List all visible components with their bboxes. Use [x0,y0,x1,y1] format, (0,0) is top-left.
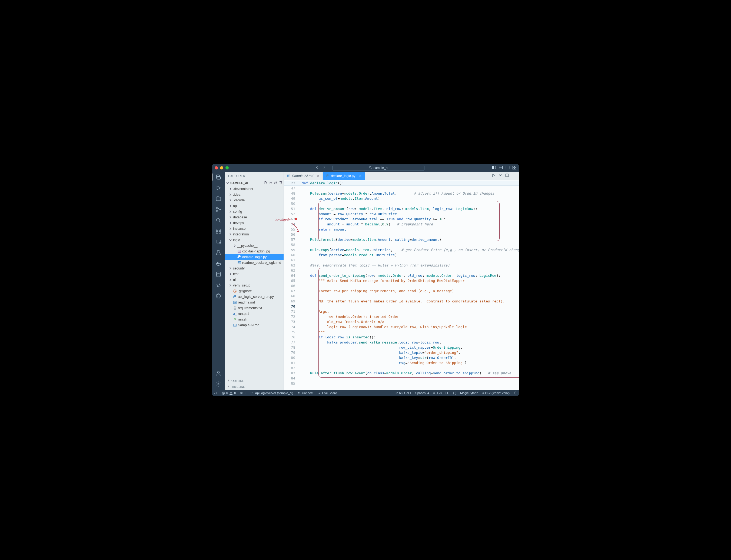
code-line[interactable] [300,268,519,273]
code-line[interactable] [300,283,519,288]
tree-item-integration[interactable]: integration [225,231,284,237]
github-icon[interactable] [215,292,222,299]
close-tab-icon[interactable] [359,174,362,178]
code-line[interactable]: Rule.after_flush_row_event(on_class=mode… [300,371,519,376]
code-line[interactable]: from_parent=models.Product.UnitPrice) [300,252,519,258]
tree-item-ui[interactable]: ui [225,277,284,282]
tree-item-run-ps1[interactable]: ≥_run.ps1 [225,311,284,316]
eol-indicator[interactable]: LF [446,391,449,395]
notifications-icon[interactable] [513,391,517,395]
code-line[interactable] [300,294,519,299]
tree-item-readme-declare-logic-md[interactable]: readme_declare_logic.md [225,260,284,265]
code-line[interactable]: msg="Sending Order to Shipping") [300,360,519,365]
tree-item--vscode[interactable]: .vscode [225,197,284,203]
tree-item-logic[interactable]: logic [225,237,284,243]
code-line[interactable] [300,201,519,206]
code-editor[interactable]: 2347484950515253545556575859606162636465… [284,180,519,390]
code-line[interactable]: if logic_row.is_inserted(): [300,335,519,340]
code-line[interactable]: kafka_producer.send_kafka_message(logic_… [300,340,519,345]
liveshare-button[interactable]: Live Share [317,391,337,395]
explorer-more-icon[interactable]: ⋯ [276,175,280,177]
explorer-icon[interactable] [215,174,222,181]
code-content[interactable]: def declare_logic(): Rule.sum(derive=mod… [300,180,519,390]
open-editors-icon[interactable] [215,195,222,202]
nav-forward-icon[interactable] [322,165,326,170]
minimize-window-button[interactable] [220,166,223,169]
tree-item-declare-logic-py[interactable]: declare_logic.py [225,254,284,260]
refresh-icon[interactable] [274,181,277,185]
problems-indicator[interactable]: 0 0 [221,391,236,395]
workspace-root[interactable]: SAMPLE_AI [225,180,284,186]
code-line[interactable]: NB: the after_flush event makes Order.Id… [300,299,519,304]
ports-indicator[interactable]: 0 [240,391,246,395]
code-line[interactable]: """ [300,329,519,335]
code-line[interactable]: Format row per shipping requirements, an… [300,288,519,294]
share-icon[interactable] [215,282,222,289]
code-line[interactable]: Rule.formula(derive=models.Item.Amount, … [300,237,519,242]
tree-item--idea[interactable]: .idea [225,192,284,197]
tree-item--devcontainer[interactable]: .devcontainer [225,186,284,192]
tree-item-devops[interactable]: devops [225,220,284,226]
tree-item-requirements-txt[interactable]: requirements.txt [225,305,284,311]
tree-item--pycache-[interactable]: __pycache__ [225,243,284,248]
timeline-section[interactable]: TIMELINE [225,384,284,390]
code-line[interactable] [300,365,519,371]
run-dropdown-icon[interactable] [498,173,502,178]
tree-item-cocktail-napkin-jpg[interactable]: cocktail-napkin.jpg [225,248,284,254]
code-line[interactable]: Rule.copy(derive=models.Item.UnitPrice, … [300,247,519,252]
database-icon[interactable] [215,271,222,278]
new-file-icon[interactable] [264,181,267,185]
toggle-primary-sidebar-icon[interactable] [492,165,496,171]
code-line[interactable]: if row.Product.CarbonNeutral == True and… [300,216,519,222]
new-folder-icon[interactable] [269,181,272,185]
customize-layout-icon[interactable] [512,165,516,171]
code-line[interactable]: #als: Demonstrate that logic == Rules + … [300,263,519,268]
close-tab-icon[interactable] [317,174,320,178]
code-line[interactable]: old_row (models.Order): n/a [300,319,519,324]
toggle-secondary-sidebar-icon[interactable] [506,165,510,171]
tree-item-test[interactable]: test [225,271,284,277]
code-line[interactable]: as_sum_of=models.Item.Amount) [300,196,519,201]
indent-indicator[interactable]: Spaces: 4 [415,391,429,395]
tree-item-database[interactable]: database [225,214,284,220]
code-line[interactable]: amount = amount * Decimal(0.9) # breakpo… [300,222,519,227]
code-line[interactable]: logic_row (LogicRow): bundles curr/old r… [300,324,519,329]
code-line[interactable] [300,381,519,386]
code-line[interactable]: def send_order_to_shipping(row: models.O… [300,273,519,278]
tree-item-config[interactable]: config [225,209,284,214]
code-line[interactable]: row (models.Order): inserted Order [300,314,519,319]
tree-item--gitignore[interactable]: .gitignore [225,288,284,294]
code-line[interactable]: """ #als: Send Kafka message formatted b… [300,278,519,283]
code-line[interactable]: amount = row.Quantity * row.UnitPrice [300,211,519,216]
remote-explorer-icon[interactable] [215,238,222,245]
code-line[interactable] [300,376,519,381]
source-control-icon[interactable] [215,206,222,213]
language-mode[interactable]: { } MagicPython [453,391,478,395]
code-line[interactable]: kafka_topic="order_shipping", [300,350,519,355]
code-line[interactable]: Args: [300,309,519,314]
code-line[interactable] [300,186,519,191]
code-line[interactable]: def derive_amount(row: models.Item, old_… [300,206,519,211]
cursor-position[interactable]: Ln 68, Col 1 [395,391,411,395]
tab-declare-logic-py[interactable]: declare_logic.py [323,172,365,180]
toggle-panel-icon[interactable] [499,165,503,171]
code-line[interactable] [300,232,519,237]
tree-item-instance[interactable]: instance [225,226,284,231]
code-line[interactable]: Rule.sum(derive=models.Order.AmountTotal… [300,191,519,196]
split-editor-icon[interactable] [505,173,509,178]
tree-item-venv-setup[interactable]: venv_setup [225,282,284,288]
outline-section[interactable]: OUTLINE [225,378,284,384]
testing-icon[interactable] [215,249,222,256]
tree-item-sample-ai-md[interactable]: Sample-AI.md [225,322,284,328]
connect-button[interactable]: Connect [297,391,313,395]
tree-item-api[interactable]: api [225,203,284,209]
code-line[interactable]: kafka_key=str(row.OrderID), [300,355,519,360]
run-debug-icon[interactable] [215,184,222,191]
python-interpreter[interactable]: 3.11.2 ('venv': venv) [482,391,510,395]
command-center[interactable]: sample_ai [333,165,424,171]
python-env-indicator[interactable]: ApiLogicServer (sample_ai) [250,391,293,395]
editor-more-icon[interactable]: ⋯ [512,175,516,177]
remote-indicator[interactable] [214,391,218,395]
code-line[interactable] [300,304,519,309]
collapse-all-icon[interactable] [278,181,282,185]
